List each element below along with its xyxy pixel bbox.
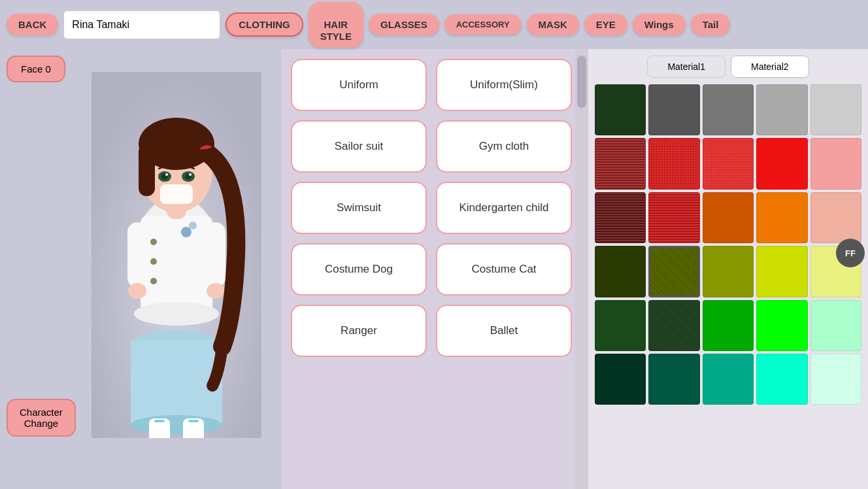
ff-badge: FF [836, 239, 865, 267]
tab-tail[interactable]: Tail [691, 14, 731, 35]
tab-mask[interactable]: MASK [527, 14, 579, 35]
color-swatch-6[interactable] [648, 138, 699, 189]
svg-point-26 [189, 222, 197, 229]
color-swatch-18[interactable] [756, 246, 807, 297]
color-swatch-22[interactable] [703, 300, 754, 351]
color-swatch-13[interactable] [756, 192, 807, 243]
svg-rect-24 [160, 184, 193, 204]
color-swatch-29[interactable] [810, 354, 861, 405]
color-swatch-26[interactable] [648, 354, 699, 405]
clothing-options-panel: UniformUniform(Slim)Sailor suitGym cloth… [281, 49, 582, 489]
color-swatch-12[interactable] [703, 192, 754, 243]
scroll-thumb[interactable] [577, 56, 586, 108]
color-swatch-23[interactable] [756, 300, 807, 351]
clothing-btn-uniform_slim[interactable]: Uniform(Slim) [436, 59, 572, 111]
svg-point-25 [181, 227, 192, 237]
svg-point-22 [165, 173, 168, 176]
clothing-btn-kindergarten[interactable]: Kindergarten child [436, 182, 572, 234]
color-swatch-10[interactable] [595, 192, 646, 243]
svg-rect-17 [139, 144, 155, 196]
color-swatch-14[interactable] [810, 192, 861, 243]
clothing-grid: UniformUniform(Slim)Sailor suitGym cloth… [291, 59, 572, 357]
color-swatch-5[interactable] [595, 138, 646, 189]
tab-glasses[interactable]: GLASSES [369, 14, 439, 35]
back-button[interactable]: BACK [7, 14, 58, 35]
clothing-btn-swimsuit[interactable]: Swimsuit [291, 182, 427, 234]
color-swatch-7[interactable] [703, 138, 754, 189]
svg-point-12 [150, 258, 157, 265]
top-navigation: BACK CLOTHING HAIRSTYLE GLASSES ACCESSOR… [0, 0, 868, 49]
color-swatch-25[interactable] [595, 354, 646, 405]
character-change-button[interactable]: CharacterChange [7, 399, 76, 437]
color-swatch-2[interactable] [703, 84, 754, 135]
clothing-btn-sailor_suit[interactable]: Sailor suit [291, 120, 427, 173]
color-swatch-20[interactable] [595, 300, 646, 351]
color-swatch-17[interactable] [703, 246, 754, 297]
svg-point-11 [150, 239, 157, 245]
svg-rect-34 [188, 420, 199, 422]
tab-wings[interactable]: Wings [633, 14, 686, 35]
tab-hairstyle[interactable]: HAIRSTYLE [309, 2, 363, 48]
svg-rect-7 [127, 222, 147, 288]
color-panel: Material1 Material2 FF [588, 49, 868, 489]
color-swatch-21[interactable] [648, 300, 699, 351]
clothing-btn-uniform[interactable]: Uniform [291, 59, 427, 111]
material2-tab[interactable]: Material2 [731, 56, 809, 78]
color-swatch-8[interactable] [756, 138, 807, 189]
color-swatch-0[interactable] [595, 84, 646, 135]
tab-clothing[interactable]: CLOTHING [225, 12, 303, 37]
svg-point-23 [189, 173, 192, 176]
svg-point-10 [207, 283, 225, 299]
color-swatch-27[interactable] [703, 354, 754, 405]
character-display [85, 59, 268, 451]
clothing-btn-costume_dog[interactable]: Costume Dog [291, 243, 427, 295]
svg-point-6 [131, 415, 222, 435]
tab-accessory[interactable]: ACCESSORY [444, 14, 522, 35]
color-swatch-16[interactable] [648, 246, 699, 297]
material1-tab[interactable]: Material1 [647, 56, 726, 78]
face-button[interactable]: Face 0 [7, 56, 65, 82]
clothing-btn-gym_cloth[interactable]: Gym cloth [436, 120, 572, 173]
color-swatch-15[interactable] [595, 246, 646, 297]
swatch-grid [595, 84, 861, 405]
svg-point-3 [134, 302, 219, 326]
svg-rect-33 [154, 420, 165, 422]
color-swatch-1[interactable] [648, 84, 699, 135]
color-swatch-28[interactable] [756, 354, 807, 405]
clothing-btn-ranger[interactable]: Ranger [291, 305, 427, 357]
clothing-btn-ballet[interactable]: Ballet [436, 305, 572, 357]
color-swatch-11[interactable] [648, 192, 699, 243]
color-swatch-3[interactable] [756, 84, 807, 135]
color-swatch-24[interactable] [810, 300, 861, 351]
svg-rect-8 [206, 222, 225, 288]
tab-eye[interactable]: EYE [584, 14, 627, 35]
clothing-btn-costume_cat[interactable]: Costume Cat [436, 243, 572, 295]
color-swatch-4[interactable] [810, 84, 861, 135]
color-swatch-9[interactable] [810, 138, 861, 189]
scroll-bar[interactable] [575, 49, 588, 489]
svg-point-9 [128, 283, 146, 299]
svg-point-13 [150, 278, 157, 284]
material-tabs: Material1 Material2 [595, 56, 861, 78]
character-name-input[interactable] [63, 10, 220, 39]
